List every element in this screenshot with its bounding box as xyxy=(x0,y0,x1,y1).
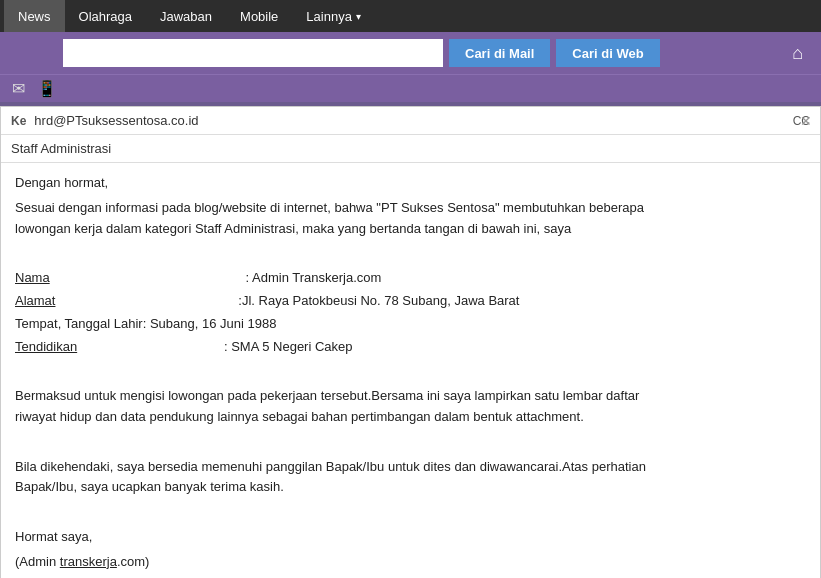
navbar: News Olahraga Jawaban Mobile Lainnya ▾ xyxy=(0,0,821,32)
body-greeting: Dengan hormat, xyxy=(15,173,806,194)
email-subject-input[interactable] xyxy=(11,141,810,156)
search-input[interactable] xyxy=(63,39,443,67)
info-key-nama: Nama xyxy=(15,268,195,289)
compose-icon[interactable]: ✉ xyxy=(12,79,25,98)
close-icon[interactable]: ✕ xyxy=(800,113,812,129)
body-para2: Bila dikehendaki, saya bersedia memenuhi… xyxy=(15,457,806,499)
search-bar: Cari di Mail Cari di Web ⌂ xyxy=(0,32,821,74)
info-key-ttl: Tempat, Tanggal Lahir xyxy=(15,314,143,335)
email-to-input[interactable] xyxy=(34,113,784,128)
nav-olahraga[interactable]: Olahraga xyxy=(65,0,146,32)
nav-news[interactable]: News xyxy=(4,0,65,32)
info-row-ttl: Tempat, Tanggal Lahir : Subang, 16 Juni … xyxy=(15,314,806,335)
mobile-icon[interactable]: 📱 xyxy=(37,79,57,98)
chevron-down-icon: ▾ xyxy=(356,11,361,22)
nav-lainnya[interactable]: Lainnya ▾ xyxy=(292,0,375,32)
nav-mobile[interactable]: Mobile xyxy=(226,0,292,32)
icon-row: ✉ 📱 xyxy=(0,74,821,102)
info-key-alamat: Alamat xyxy=(15,291,195,312)
body-para1: Bermaksud untuk mengisi lowongan pada pe… xyxy=(15,386,806,428)
body-intro: Sesuai dengan informasi pada blog/websit… xyxy=(15,198,806,240)
home-button[interactable]: ⌂ xyxy=(782,43,813,64)
info-key-pendidikan: Tendidikan xyxy=(15,337,195,358)
to-label: Ke xyxy=(11,114,26,128)
search-input-wrap xyxy=(63,39,443,67)
email-body[interactable]: Dengan hormat, Sesuai dengan informasi p… xyxy=(1,163,820,578)
email-subject-row xyxy=(1,135,820,163)
body-closing: Hormat saya, xyxy=(15,527,806,548)
email-compose: Ke CC ✕ Dengan hormat, Sesuai dengan inf… xyxy=(0,106,821,578)
home-icon: ⌂ xyxy=(792,43,803,63)
search-web-button[interactable]: Cari di Web xyxy=(556,39,659,67)
info-row-nama: Nama : Admin Transkerja.com xyxy=(15,268,806,289)
body-signature: (Admin transkerja.com) xyxy=(15,552,806,573)
search-mail-button[interactable]: Cari di Mail xyxy=(449,39,550,67)
info-row-pendidikan: Tendidikan : SMA 5 Negeri Cakep xyxy=(15,337,806,358)
info-table: Nama : Admin Transkerja.com Alamat :Jl. … xyxy=(15,268,806,357)
nav-jawaban[interactable]: Jawaban xyxy=(146,0,226,32)
email-to-row: Ke CC ✕ xyxy=(1,107,820,135)
info-row-alamat: Alamat :Jl. Raya Patokbeusi No. 78 Suban… xyxy=(15,291,806,312)
